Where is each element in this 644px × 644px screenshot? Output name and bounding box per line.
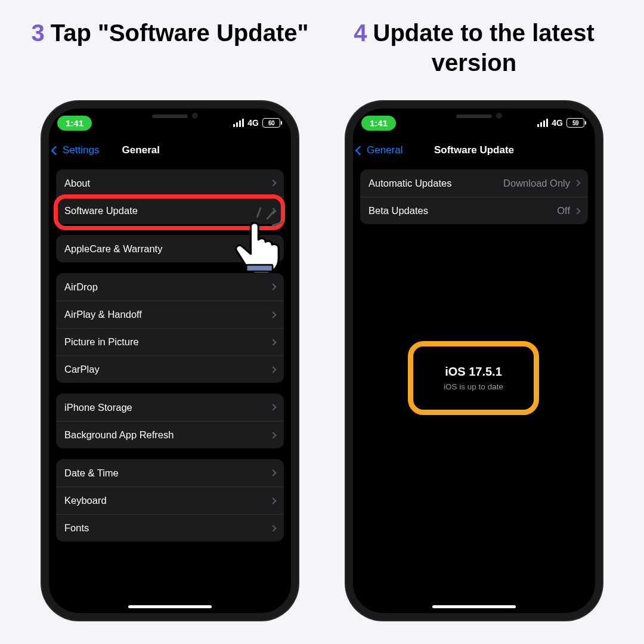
step-4-title: 4Update to the latest version — [328, 18, 620, 101]
row-bg-refresh[interactable]: Background App Refresh — [56, 421, 284, 448]
row-keyboard[interactable]: Keyboard — [56, 487, 284, 514]
chevron-left-icon — [355, 145, 365, 155]
row-beta-updates[interactable]: Beta Updates Off — [360, 197, 588, 224]
network-label: 4G — [552, 118, 563, 128]
row-label: Keyboard — [64, 495, 107, 506]
row-label: CarPlay — [64, 364, 100, 375]
row-label: AppleCare & Warranty — [64, 243, 162, 255]
group-4: iPhone Storage Background App Refresh — [56, 394, 284, 448]
highlight-ios-version: iOS 17.5.1 iOS is up to date — [408, 341, 539, 415]
row-carplay[interactable]: CarPlay — [56, 355, 284, 383]
row-label: Date & Time — [64, 467, 119, 479]
row-fonts[interactable]: Fonts — [56, 514, 284, 541]
chevron-right-icon — [270, 339, 276, 345]
status-right: 4G 60 — [233, 118, 280, 128]
svg-line-1 — [267, 211, 274, 219]
svg-line-0 — [258, 208, 261, 217]
battery-icon: 59 — [566, 118, 584, 128]
tap-hand-icon — [228, 207, 293, 273]
chevron-left-icon — [51, 145, 61, 155]
phone-left: 1:41 4G 60 Settings General — [42, 101, 298, 620]
nav-title: Software Update — [434, 144, 514, 156]
ios-version: iOS 17.5.1 — [445, 365, 502, 379]
row-label: Background App Refresh — [64, 429, 174, 441]
steps: 3Tap "Software Update" 1:41 4G 60 — [0, 0, 644, 620]
row-about[interactable]: About — [56, 169, 284, 197]
home-indicator[interactable] — [128, 605, 212, 608]
ios-status: iOS is up to date — [444, 382, 503, 391]
home-indicator[interactable] — [432, 605, 516, 608]
update-group: Automatic Updates Download Only Beta Upd… — [360, 169, 588, 224]
phone-right: 1:41 4G 59 General Software Update — [346, 101, 602, 620]
nav-title: General — [122, 144, 160, 156]
row-label: About — [64, 178, 90, 189]
row-label: Software Update — [64, 205, 138, 216]
row-value: Download Only — [503, 178, 570, 189]
step-3: 3Tap "Software Update" 1:41 4G 60 — [24, 0, 316, 620]
notch — [423, 109, 525, 125]
chevron-right-icon — [270, 525, 276, 531]
step-4: 4Update to the latest version 1:41 4G 59 — [328, 0, 620, 620]
step-4-text: Update to the latest version — [373, 20, 595, 76]
back-button[interactable]: General — [353, 144, 402, 156]
group-5: Date & Time Keyboard Fonts — [56, 459, 284, 541]
chevron-right-icon — [270, 404, 276, 410]
row-label: iPhone Storage — [64, 402, 132, 413]
row-value: Off — [557, 205, 570, 216]
chevron-right-icon — [574, 208, 580, 214]
row-datetime[interactable]: Date & Time — [56, 459, 284, 487]
row-airdrop[interactable]: AirDrop — [56, 273, 284, 301]
chevron-right-icon — [270, 497, 276, 504]
status-right: 4G 59 — [537, 118, 584, 128]
chevron-right-icon — [574, 179, 580, 186]
svg-rect-3 — [246, 265, 273, 271]
row-automatic-updates[interactable]: Automatic Updates Download Only — [360, 169, 588, 197]
row-airplay[interactable]: AirPlay & Handoff — [56, 301, 284, 328]
svg-line-2 — [273, 222, 283, 226]
row-label: Automatic Updates — [369, 178, 451, 189]
step-3-title: 3Tap "Software Update" — [24, 18, 316, 101]
row-label: AirDrop — [64, 281, 98, 293]
row-label: Fonts — [64, 522, 89, 534]
row-pip[interactable]: Picture in Picture — [56, 328, 284, 355]
step-4-num: 4 — [354, 20, 367, 46]
signal-icon — [233, 119, 244, 127]
back-label: General — [367, 144, 402, 156]
chevron-right-icon — [270, 432, 276, 438]
chevron-right-icon — [270, 179, 276, 186]
row-storage[interactable]: iPhone Storage — [56, 394, 284, 421]
row-label: Beta Updates — [369, 205, 428, 216]
row-label: AirPlay & Handoff — [64, 309, 142, 320]
chevron-right-icon — [270, 311, 276, 318]
nav-bar: Settings General — [49, 137, 291, 163]
step-3-text: Tap "Software Update" — [51, 20, 309, 46]
group-3: AirDrop AirPlay & Handoff Picture in Pic… — [56, 273, 284, 383]
step-3-num: 3 — [31, 20, 44, 46]
nav-bar: General Software Update — [353, 137, 595, 163]
network-label: 4G — [247, 118, 259, 128]
back-button[interactable]: Settings — [49, 144, 99, 156]
battery-icon: 60 — [262, 118, 280, 128]
signal-icon — [537, 119, 548, 127]
chevron-right-icon — [270, 366, 276, 373]
chevron-right-icon — [270, 283, 276, 290]
status-time: 1:41 — [361, 116, 396, 131]
chevron-right-icon — [270, 469, 276, 476]
notch — [119, 109, 221, 125]
back-label: Settings — [63, 144, 99, 156]
status-time: 1:41 — [57, 116, 92, 131]
row-label: Picture in Picture — [64, 336, 139, 348]
